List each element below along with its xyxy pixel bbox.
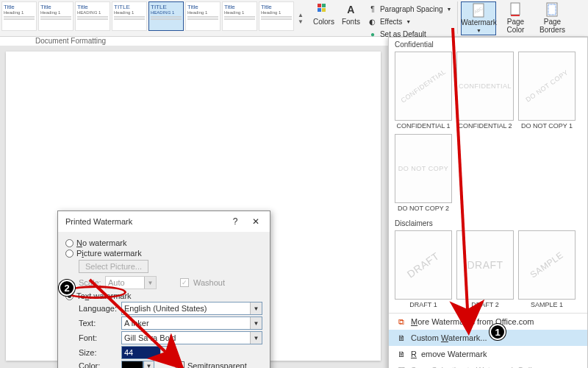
color-picker[interactable]: ▼ [121,361,143,368]
style-set-item[interactable]: TitleHEADING 1 [75,1,110,31]
no-watermark-radio[interactable]: No watermark [65,238,262,248]
watermark-button[interactable]: ABC Watermark ▼ [461,1,496,35]
svg-rect-0 [318,4,321,7]
watermark-preset[interactable]: DO NOT COPYDO NOT COPY 1 [518,52,576,130]
chevron-down-icon: ▼ [476,28,481,33]
ribbon: TitleHeading 1 TitleHeading 1 TitleHEADI… [0,0,588,37]
dialog-title: Printed Watermark [65,217,132,226]
watermark-preset[interactable]: SAMPLESAMPLE 1 [518,230,576,308]
more-watermarks-menu[interactable]: ⧉More Watermarks from Office.com [389,314,587,330]
colors-button[interactable]: Colors [310,1,337,27]
style-set-item[interactable]: TitleHeading 1 [1,1,37,31]
custom-watermark-icon: 🗎 [396,333,406,343]
ribbon-stack: ¶Paragraph Spacing▼ ◐Effects▼ ●Set as De… [365,1,455,41]
watermark-preset[interactable]: CONFIDENTIALCONFIDENTIAL 1 [395,52,452,130]
washout-checkbox [180,278,189,287]
font-combo[interactable]: Gill Sa ra Bold▼ [121,331,262,344]
page-color-icon [509,3,522,16]
gallery-section-disclaimers: Disclaimers [389,216,587,229]
style-set-more[interactable]: ▲▼ [295,1,306,35]
svg-rect-7 [511,15,520,16]
custom-watermark-menu[interactable]: 🗎Custom Watermark... [389,330,587,346]
colors-icon [317,3,330,16]
watermark-gallery: Confidential CONFIDENTIALCONFIDENTIAL 1 … [388,37,588,368]
dialog-help-button[interactable]: ? [226,215,245,228]
watermark-preset[interactable]: CONFIDENTIALCONFIDENTIAL 2 [456,52,514,130]
page-borders-button[interactable]: Page Borders [534,1,570,35]
size-combo[interactable]: 44▼ [121,346,173,359]
style-set-item-selected[interactable]: TITLEHEADING 1 [148,1,184,31]
semitransparent-checkbox[interactable] [176,361,184,368]
text-watermark-radio[interactable]: Text watermark [65,291,262,301]
set-default-icon: ● [368,29,378,39]
office-icon: ⧉ [396,316,406,327]
style-set-item[interactable]: TITLEHeading 1 [112,1,147,31]
printed-watermark-dialog: Printed Watermark ? ✕ No watermark Pictu… [57,210,270,368]
style-set-item[interactable]: TitleHeading 1 [185,1,220,31]
svg-rect-6 [511,3,520,15]
page-borders-icon [545,3,559,16]
watermark-preset[interactable]: DRAFTDRAFT 1 [395,230,452,308]
remove-watermark-menu[interactable]: 🗎Remove Watermark [389,346,587,362]
save-watermark-menu: 🖫Save Selection to Watermark Gallery... [389,362,587,368]
gallery-section-confidential: Confidential [389,38,587,50]
watermark-preset[interactable]: DO NOT COPYDO NOT COPY 2 [395,134,452,212]
fonts-button[interactable]: A Fonts [339,1,363,27]
remove-watermark-icon: 🗎 [396,349,406,359]
style-set-item[interactable]: TitleHeading 1 [38,1,74,31]
ribbon-right-group: Colors A Fonts ¶Paragraph Spacing▼ ◐Effe… [307,0,573,36]
text-combo[interactable]: A inker▼ [121,316,262,330]
effects-icon: ◐ [368,16,378,26]
scale-combo: Auto▼ [105,276,157,289]
fonts-icon: A [344,3,357,16]
page-color-button[interactable]: Page Color ▼ [498,1,533,42]
svg-rect-1 [322,4,326,7]
watermark-icon: ABC [472,4,485,17]
ribbon-group-label: Document Formatting [35,37,106,45]
save-gallery-icon: 🖫 [396,365,406,368]
svg-rect-3 [322,8,326,12]
step-badge-1: 1 [490,324,506,340]
dialog-close-button[interactable]: ✕ [246,215,265,228]
language-combo[interactable]: English (United States)▼ [121,302,262,315]
step-badge-2: 2 [59,280,75,296]
style-set-item[interactable]: TitleHeading 1 [222,1,257,31]
svg-rect-2 [318,8,321,12]
effects-button[interactable]: ◐Effects▼ [366,15,453,27]
style-set-item[interactable]: TitleHeading 1 [259,1,294,31]
style-set-gallery[interactable]: TitleHeading 1 TitleHeading 1 TitleHEADI… [0,0,307,36]
watermark-preset[interactable]: DRAFTDRAFT 2 [456,230,514,308]
paragraph-spacing-icon: ¶ [368,4,378,14]
select-picture-button: Select Picture... [79,260,148,273]
picture-watermark-radio[interactable]: Picture watermark [65,248,262,258]
paragraph-spacing-button[interactable]: ¶Paragraph Spacing▼ [366,3,453,15]
